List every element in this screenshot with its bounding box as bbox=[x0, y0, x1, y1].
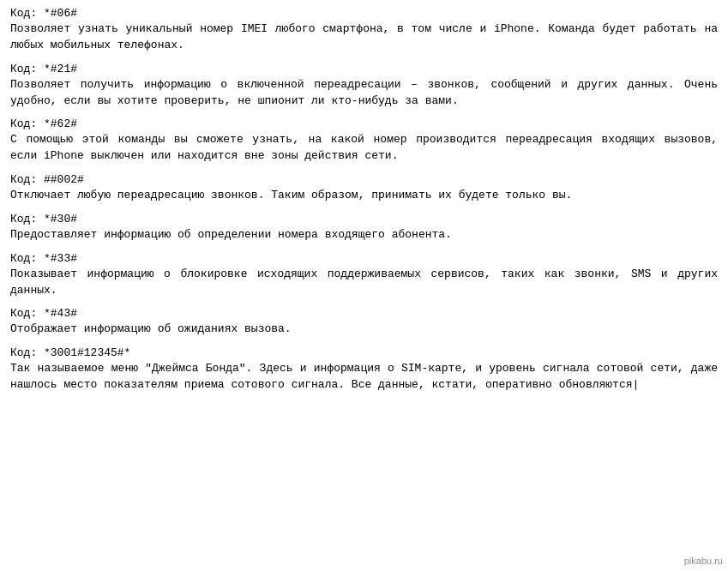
code-line-2: Код: *#21# bbox=[10, 63, 718, 75]
content-block-6: Код: *#33#Показывает информацию о блокир… bbox=[10, 252, 718, 299]
code-line-3: Код: *#62# bbox=[10, 117, 718, 130]
content-block-8: Код: *3001#12345#*Так называемое меню "Д… bbox=[10, 346, 718, 394]
content-block-5: Код: *#30#Предоставляет информацию об оп… bbox=[10, 213, 718, 243]
desc-text-3: С помощью этой команды вы сможете узнать… bbox=[10, 132, 718, 165]
content-block-3: Код: *#62#С помощью этой команды вы смож… bbox=[10, 117, 718, 165]
desc-text-8: Так называемое меню "Джеймса Бонда". Зде… bbox=[10, 361, 718, 394]
code-line-6: Код: *#33# bbox=[10, 252, 718, 265]
watermark: pikabu.ru bbox=[684, 556, 723, 566]
content-block-2: Код: *#21#Позволяет получить информацию … bbox=[10, 63, 718, 110]
desc-text-7: Отображает информацию об ожиданиях вызов… bbox=[10, 322, 718, 338]
content-block-1: Код: *#06#Позволяет узнать уникальный но… bbox=[10, 7, 718, 54]
code-line-7: Код: *#43# bbox=[10, 307, 718, 320]
code-line-8: Код: *3001#12345#* bbox=[10, 346, 718, 359]
code-line-5: Код: *#30# bbox=[10, 213, 718, 225]
desc-text-6: Показывает информацию о блокировке исход… bbox=[10, 267, 718, 299]
desc-text-1: Позволяет узнать уникальный номер IMEI л… bbox=[10, 21, 718, 54]
page-container: Код: *#06#Позволяет узнать уникальный но… bbox=[0, 0, 728, 571]
content-block-4: Код: ##002#Отключает любую переадресацию… bbox=[10, 173, 718, 204]
desc-text-2: Позволяет получить информацию о включенн… bbox=[10, 77, 718, 110]
desc-text-4: Отключает любую переадресацию звонков. Т… bbox=[10, 188, 718, 204]
code-line-1: Код: *#06# bbox=[10, 7, 718, 20]
code-line-4: Код: ##002# bbox=[10, 173, 718, 186]
desc-text-5: Предоставляет информацию об определении … bbox=[10, 227, 718, 243]
content-block-7: Код: *#43#Отображает информацию об ожида… bbox=[10, 307, 718, 338]
